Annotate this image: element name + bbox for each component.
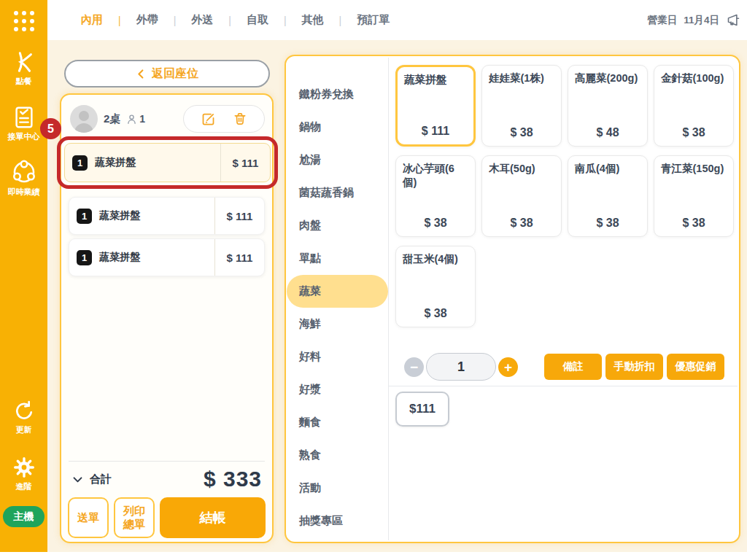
pending-orders-badge: 5: [40, 118, 61, 139]
tab-pickup[interactable]: 自取: [247, 13, 268, 27]
manual-discount-button[interactable]: 手動折扣: [605, 354, 663, 380]
chevron-down-icon[interactable]: [71, 473, 84, 486]
tab-dine-in[interactable]: 內用: [81, 13, 103, 27]
menu-panel: 鐵粉券兌換 鍋物 尬湯 菌菇蔬香鍋 肉盤 單點 蔬菜 海鮮 好料 好漿 麵食 熟…: [285, 55, 740, 543]
product-name: 甜玉米(4個): [396, 246, 475, 266]
tab-separator: |: [228, 15, 231, 26]
tab-other[interactable]: 其他: [302, 13, 324, 27]
product-name: 金針菇(100g): [654, 66, 733, 85]
megaphone-icon[interactable]: [726, 12, 741, 28]
category-item[interactable]: 尬湯: [287, 144, 388, 176]
item-action-buttons: 備註 手動折扣 優惠促銷: [544, 354, 724, 380]
tab-separator: |: [174, 15, 177, 26]
quantity-minus-button[interactable]: −: [404, 357, 424, 377]
tab-delivery[interactable]: 外送: [191, 13, 213, 27]
product-name: 冰心芋頭(6個): [396, 156, 475, 190]
order-item-row[interactable]: 1 蔬菜拼盤 $ 111: [64, 143, 271, 182]
item-qty-badge: 1: [77, 250, 92, 265]
product-card[interactable]: 南瓜(4個) $ 38: [568, 155, 648, 237]
category-item[interactable]: 麵食: [287, 406, 388, 439]
order-list-icon: [12, 105, 36, 130]
chevron-left-icon: [136, 69, 147, 79]
product-card-selected[interactable]: 蔬菜拼盤 $ 111: [395, 65, 476, 147]
category-item[interactable]: 菌菇蔬香鍋: [287, 176, 388, 209]
product-price: $ 38: [568, 217, 647, 230]
checkout-button[interactable]: 結帳: [160, 497, 266, 538]
product-card[interactable]: 高麗菜(200g) $ 48: [568, 65, 648, 147]
tab-preorder[interactable]: 預訂單: [357, 13, 390, 27]
item-price: $ 111: [214, 239, 264, 276]
sidebar-item-refresh[interactable]: 更新: [0, 400, 47, 435]
order-item-row[interactable]: 1 蔬菜拼盤 $ 111: [69, 197, 265, 235]
host-status-badge[interactable]: 主機: [3, 506, 44, 527]
product-name: 木耳(50g): [482, 156, 561, 176]
trash-icon[interactable]: [233, 112, 247, 126]
send-order-button[interactable]: 送單: [68, 497, 109, 538]
product-name: 南瓜(4個): [568, 156, 647, 176]
realtime-performance-icon: [11, 159, 37, 185]
print-bill-line2: 總單: [123, 518, 145, 531]
product-card[interactable]: 青江菜(150g) $ 38: [654, 155, 734, 237]
category-item[interactable]: 單點: [287, 242, 388, 275]
sidebar-item-performance[interactable]: 即時業績: [0, 159, 47, 198]
category-item[interactable]: 活動: [287, 472, 388, 505]
brand-k-icon: [11, 50, 37, 74]
person-icon: [125, 113, 138, 125]
tab-takeout[interactable]: 外帶: [136, 13, 158, 27]
sidebar-item-label: 更新: [0, 424, 47, 435]
order-type-tabs: 內用 | 外帶 | 外送 | 自取 | 其他 | 預訂單: [81, 0, 390, 40]
quantity-value[interactable]: 1: [426, 353, 496, 381]
back-button-label: 返回座位: [152, 66, 198, 82]
tab-separator: |: [339, 15, 342, 26]
print-bill-button[interactable]: 列印 總單: [114, 497, 155, 538]
divider: [69, 461, 265, 462]
product-price: $ 38: [654, 126, 733, 139]
edit-icon[interactable]: [201, 112, 216, 127]
apps-grid-icon[interactable]: [14, 11, 34, 31]
category-item[interactable]: 好料: [287, 341, 388, 373]
category-item[interactable]: 海鮮: [287, 308, 388, 341]
note-button[interactable]: 備註: [544, 354, 602, 380]
divider: [388, 58, 389, 540]
category-item[interactable]: 抽獎專區: [287, 505, 388, 537]
product-name: 娃娃菜(1株): [482, 66, 561, 85]
product-price: $ 38: [396, 217, 475, 230]
quantity-plus-button[interactable]: +: [498, 357, 518, 377]
print-bill-line1: 列印: [123, 505, 145, 518]
order-actions: [183, 105, 265, 133]
category-item[interactable]: 鐵粉券兌換: [287, 78, 388, 111]
category-item-selected[interactable]: 蔬菜: [287, 275, 388, 308]
category-item[interactable]: 熟食: [287, 439, 388, 472]
product-name: 高麗菜(200g): [568, 66, 647, 85]
avatar: [70, 105, 98, 133]
product-card[interactable]: 木耳(50g) $ 38: [481, 155, 562, 237]
category-item[interactable]: 肉盤: [287, 209, 388, 242]
total-row: 合計 $ 333: [71, 465, 262, 493]
product-card[interactable]: 冰心芋頭(6個) $ 38: [395, 155, 476, 237]
item-qty-badge: 1: [77, 209, 92, 224]
guest-count: 1: [125, 113, 145, 125]
guest-count-value: 1: [139, 113, 145, 125]
product-card[interactable]: 金針菇(100g) $ 38: [654, 65, 734, 147]
item-price: $ 111: [220, 144, 270, 182]
sidebar-item-order[interactable]: 點餐: [0, 50, 47, 87]
back-to-seats-button[interactable]: 返回座位: [64, 60, 270, 88]
product-price: $ 38: [396, 307, 475, 320]
product-grid: 蔬菜拼盤 $ 111 娃娃菜(1株) $ 38 高麗菜(200g) $ 48 金…: [395, 65, 735, 327]
order-item-row[interactable]: 1 蔬菜拼盤 $ 111: [69, 238, 265, 276]
business-day: 營業日 11月4日: [648, 0, 741, 40]
selected-price-chip[interactable]: $111: [395, 392, 449, 427]
item-name: 蔬菜拼盤: [95, 156, 220, 169]
item-name: 蔬菜拼盤: [99, 209, 214, 222]
sidebar-item-order-center[interactable]: 接單中心: [0, 105, 47, 142]
main-content: 返回座位 2桌 1: [47, 40, 747, 552]
business-day-label: 營業日: [648, 14, 678, 27]
product-card[interactable]: 娃娃菜(1株) $ 38: [481, 65, 562, 147]
sidebar-item-advanced[interactable]: 進階: [0, 455, 47, 492]
category-item[interactable]: 鍋物: [287, 111, 388, 144]
table-label: 2桌: [104, 112, 120, 126]
product-card[interactable]: 甜玉米(4個) $ 38: [395, 246, 476, 327]
promo-button[interactable]: 優惠促銷: [667, 354, 724, 380]
category-item[interactable]: 好漿: [287, 373, 388, 406]
business-day-value: 11月4日: [684, 14, 719, 27]
